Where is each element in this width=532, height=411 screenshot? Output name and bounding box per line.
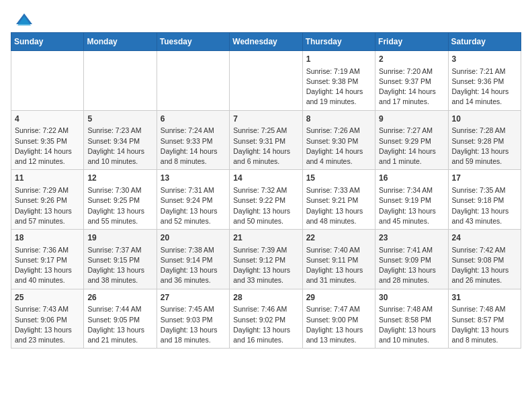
day-info: Sunrise: 7:33 AM Sunset: 9:21 PM Dayligh… bbox=[306, 185, 371, 226]
day-info: Sunrise: 7:25 AM Sunset: 9:31 PM Dayligh… bbox=[233, 126, 298, 167]
day-number: 17 bbox=[452, 173, 517, 184]
calendar-header-saturday: Saturday bbox=[448, 33, 521, 51]
day-info: Sunrise: 7:27 AM Sunset: 9:29 PM Dayligh… bbox=[379, 126, 444, 167]
calendar-cell: 14Sunrise: 7:32 AM Sunset: 9:22 PM Dayli… bbox=[230, 170, 302, 230]
calendar-header-sunday: Sunday bbox=[11, 33, 84, 51]
day-info: Sunrise: 7:48 AM Sunset: 8:57 PM Dayligh… bbox=[452, 304, 517, 345]
day-info: Sunrise: 7:46 AM Sunset: 9:02 PM Dayligh… bbox=[233, 304, 298, 345]
day-number: 31 bbox=[452, 292, 517, 304]
calendar-cell: 31Sunrise: 7:48 AM Sunset: 8:57 PM Dayli… bbox=[448, 289, 521, 349]
calendar-cell: 4Sunrise: 7:22 AM Sunset: 9:35 PM Daylig… bbox=[11, 110, 84, 170]
calendar-cell: 20Sunrise: 7:38 AM Sunset: 9:14 PM Dayli… bbox=[157, 230, 229, 289]
day-info: Sunrise: 7:20 AM Sunset: 9:37 PM Dayligh… bbox=[379, 66, 444, 107]
day-info: Sunrise: 7:30 AM Sunset: 9:25 PM Dayligh… bbox=[87, 185, 152, 226]
day-number: 18 bbox=[15, 232, 80, 244]
day-info: Sunrise: 7:23 AM Sunset: 9:34 PM Dayligh… bbox=[87, 126, 152, 167]
day-number: 12 bbox=[87, 173, 152, 184]
day-info: Sunrise: 7:36 AM Sunset: 9:17 PM Dayligh… bbox=[15, 245, 80, 286]
day-info: Sunrise: 7:34 AM Sunset: 9:19 PM Dayligh… bbox=[379, 185, 444, 226]
day-info: Sunrise: 7:29 AM Sunset: 9:26 PM Dayligh… bbox=[15, 185, 80, 226]
calendar-cell: 18Sunrise: 7:36 AM Sunset: 9:17 PM Dayli… bbox=[11, 230, 84, 289]
calendar-header-wednesday: Wednesday bbox=[230, 33, 302, 51]
day-number: 21 bbox=[233, 232, 298, 244]
day-number: 16 bbox=[379, 173, 444, 184]
calendar-header-row: SundayMondayTuesdayWednesdayThursdayFrid… bbox=[11, 33, 521, 51]
day-number: 10 bbox=[452, 113, 517, 125]
calendar-week-1: 1Sunrise: 7:19 AM Sunset: 9:38 PM Daylig… bbox=[11, 51, 521, 111]
day-number: 27 bbox=[161, 292, 226, 304]
calendar-cell: 1Sunrise: 7:19 AM Sunset: 9:38 PM Daylig… bbox=[302, 51, 375, 111]
day-number: 22 bbox=[306, 232, 371, 244]
day-number: 8 bbox=[306, 113, 371, 125]
day-number: 14 bbox=[233, 173, 298, 184]
calendar-cell: 28Sunrise: 7:46 AM Sunset: 9:02 PM Dayli… bbox=[230, 289, 302, 349]
calendar-header-monday: Monday bbox=[84, 33, 157, 51]
day-info: Sunrise: 7:41 AM Sunset: 9:09 PM Dayligh… bbox=[379, 245, 444, 286]
calendar-cell: 7Sunrise: 7:25 AM Sunset: 9:31 PM Daylig… bbox=[230, 110, 302, 170]
day-number: 30 bbox=[379, 292, 444, 304]
calendar-cell bbox=[230, 51, 302, 111]
calendar-cell: 11Sunrise: 7:29 AM Sunset: 9:26 PM Dayli… bbox=[11, 170, 84, 230]
day-info: Sunrise: 7:44 AM Sunset: 9:05 PM Dayligh… bbox=[87, 304, 152, 345]
calendar-cell: 25Sunrise: 7:43 AM Sunset: 9:06 PM Dayli… bbox=[11, 289, 84, 349]
calendar-cell: 10Sunrise: 7:28 AM Sunset: 9:28 PM Dayli… bbox=[448, 110, 521, 170]
calendar-week-2: 4Sunrise: 7:22 AM Sunset: 9:35 PM Daylig… bbox=[11, 110, 521, 170]
calendar-week-5: 25Sunrise: 7:43 AM Sunset: 9:06 PM Dayli… bbox=[11, 289, 521, 349]
day-number: 19 bbox=[87, 232, 152, 244]
day-info: Sunrise: 7:26 AM Sunset: 9:30 PM Dayligh… bbox=[306, 126, 371, 167]
day-number: 13 bbox=[161, 173, 226, 184]
day-info: Sunrise: 7:43 AM Sunset: 9:06 PM Dayligh… bbox=[15, 304, 80, 345]
day-number: 25 bbox=[15, 292, 80, 304]
calendar-cell: 22Sunrise: 7:40 AM Sunset: 9:11 PM Dayli… bbox=[302, 230, 375, 289]
calendar-cell: 6Sunrise: 7:24 AM Sunset: 9:33 PM Daylig… bbox=[157, 110, 229, 170]
logo bbox=[11, 11, 34, 27]
calendar-cell: 9Sunrise: 7:27 AM Sunset: 9:29 PM Daylig… bbox=[375, 110, 448, 170]
calendar-cell: 15Sunrise: 7:33 AM Sunset: 9:21 PM Dayli… bbox=[302, 170, 375, 230]
day-info: Sunrise: 7:21 AM Sunset: 9:36 PM Dayligh… bbox=[452, 66, 517, 107]
page-header bbox=[11, 11, 521, 27]
calendar-cell: 3Sunrise: 7:21 AM Sunset: 9:36 PM Daylig… bbox=[448, 51, 521, 111]
day-info: Sunrise: 7:39 AM Sunset: 9:12 PM Dayligh… bbox=[233, 245, 298, 286]
day-number: 23 bbox=[379, 232, 444, 244]
day-info: Sunrise: 7:47 AM Sunset: 9:00 PM Dayligh… bbox=[306, 304, 371, 345]
calendar-cell: 19Sunrise: 7:37 AM Sunset: 9:15 PM Dayli… bbox=[84, 230, 157, 289]
calendar-cell: 17Sunrise: 7:35 AM Sunset: 9:18 PM Dayli… bbox=[448, 170, 521, 230]
calendar-header-tuesday: Tuesday bbox=[157, 33, 229, 51]
calendar-cell: 26Sunrise: 7:44 AM Sunset: 9:05 PM Dayli… bbox=[84, 289, 157, 349]
day-info: Sunrise: 7:19 AM Sunset: 9:38 PM Dayligh… bbox=[306, 66, 371, 107]
day-number: 9 bbox=[379, 113, 444, 125]
calendar-week-4: 18Sunrise: 7:36 AM Sunset: 9:17 PM Dayli… bbox=[11, 230, 521, 289]
day-number: 1 bbox=[306, 54, 371, 65]
day-info: Sunrise: 7:42 AM Sunset: 9:08 PM Dayligh… bbox=[452, 245, 517, 286]
day-number: 20 bbox=[161, 232, 226, 244]
day-info: Sunrise: 7:45 AM Sunset: 9:03 PM Dayligh… bbox=[161, 304, 226, 345]
calendar-header-thursday: Thursday bbox=[302, 33, 375, 51]
calendar-cell bbox=[157, 51, 229, 111]
day-number: 28 bbox=[233, 292, 298, 304]
day-number: 5 bbox=[87, 113, 152, 125]
day-number: 15 bbox=[306, 173, 371, 184]
day-number: 6 bbox=[161, 113, 226, 125]
day-info: Sunrise: 7:37 AM Sunset: 9:15 PM Dayligh… bbox=[87, 245, 152, 286]
calendar-cell bbox=[11, 51, 84, 111]
day-number: 3 bbox=[452, 54, 517, 65]
calendar-cell: 21Sunrise: 7:39 AM Sunset: 9:12 PM Dayli… bbox=[230, 230, 302, 289]
day-info: Sunrise: 7:22 AM Sunset: 9:35 PM Dayligh… bbox=[15, 126, 80, 167]
calendar-cell: 16Sunrise: 7:34 AM Sunset: 9:19 PM Dayli… bbox=[375, 170, 448, 230]
day-info: Sunrise: 7:38 AM Sunset: 9:14 PM Dayligh… bbox=[161, 245, 226, 286]
calendar-cell: 24Sunrise: 7:42 AM Sunset: 9:08 PM Dayli… bbox=[448, 230, 521, 289]
logo-icon bbox=[15, 11, 34, 30]
day-number: 11 bbox=[15, 173, 80, 184]
day-number: 4 bbox=[15, 113, 80, 125]
day-number: 24 bbox=[452, 232, 517, 244]
day-info: Sunrise: 7:48 AM Sunset: 8:58 PM Dayligh… bbox=[379, 304, 444, 345]
day-info: Sunrise: 7:40 AM Sunset: 9:11 PM Dayligh… bbox=[306, 245, 371, 286]
calendar-table: SundayMondayTuesdayWednesdayThursdayFrid… bbox=[11, 32, 521, 349]
calendar-cell bbox=[84, 51, 157, 111]
calendar-cell: 29Sunrise: 7:47 AM Sunset: 9:00 PM Dayli… bbox=[302, 289, 375, 349]
calendar-cell: 12Sunrise: 7:30 AM Sunset: 9:25 PM Dayli… bbox=[84, 170, 157, 230]
day-info: Sunrise: 7:31 AM Sunset: 9:24 PM Dayligh… bbox=[161, 185, 226, 226]
day-number: 2 bbox=[379, 54, 444, 65]
calendar-week-3: 11Sunrise: 7:29 AM Sunset: 9:26 PM Dayli… bbox=[11, 170, 521, 230]
day-info: Sunrise: 7:28 AM Sunset: 9:28 PM Dayligh… bbox=[452, 126, 517, 167]
